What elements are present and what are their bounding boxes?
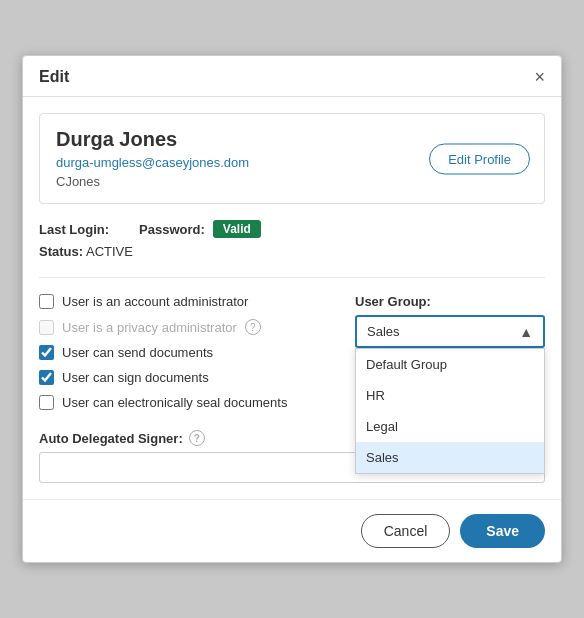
checkbox-privacy-admin: User is a privacy administrator ? [39, 319, 339, 335]
checkbox-send-docs-input[interactable] [39, 345, 54, 360]
dropdown-arrow-icon: ▲ [519, 324, 533, 340]
modal-header: Edit × [23, 56, 561, 97]
profile-card: Durga Jones durga-umgless@caseyjones.dom… [39, 113, 545, 204]
password-status-badge: Valid [213, 220, 261, 238]
profile-username: CJones [56, 174, 528, 189]
checkbox-seal-docs-label: User can electronically seal documents [62, 395, 287, 410]
info-row: Last Login: Password: Valid [39, 220, 545, 238]
checkbox-sign-docs: User can sign documents [39, 370, 339, 385]
user-group-column: User Group: Sales ▲ Default Group HR Leg… [355, 294, 545, 348]
user-group-dropdown[interactable]: Sales ▲ Default Group HR Legal Sales [355, 315, 545, 348]
password-field: Password: Valid [139, 220, 261, 238]
dropdown-item-legal[interactable]: Legal [356, 411, 544, 442]
modal-footer: Cancel Save [23, 499, 561, 562]
modal-body: Durga Jones durga-umgless@caseyjones.dom… [23, 97, 561, 499]
checkbox-send-docs-label: User can send documents [62, 345, 213, 360]
dropdown-item-hr[interactable]: HR [356, 380, 544, 411]
dropdown-menu: Default Group HR Legal Sales [355, 348, 545, 474]
edit-profile-button[interactable]: Edit Profile [429, 143, 530, 174]
status-row: Status: ACTIVE [39, 244, 545, 259]
two-col-section: User is an account administrator User is… [39, 294, 545, 410]
password-label: Password: [139, 222, 205, 237]
checkboxes-column: User is an account administrator User is… [39, 294, 339, 410]
checkbox-account-admin: User is an account administrator [39, 294, 339, 309]
privacy-admin-help-icon[interactable]: ? [245, 319, 261, 335]
edit-modal: Edit × Durga Jones durga-umgless@caseyjo… [22, 55, 562, 563]
close-button[interactable]: × [534, 68, 545, 86]
checkbox-seal-docs-input[interactable] [39, 395, 54, 410]
checkbox-privacy-admin-label: User is a privacy administrator [62, 320, 237, 335]
checkbox-send-docs: User can send documents [39, 345, 339, 360]
user-group-label: User Group: [355, 294, 545, 309]
cancel-button[interactable]: Cancel [361, 514, 451, 548]
dropdown-selected-value[interactable]: Sales ▲ [355, 315, 545, 348]
last-login-field: Last Login: [39, 221, 109, 237]
save-button[interactable]: Save [460, 514, 545, 548]
checkbox-account-admin-input[interactable] [39, 294, 54, 309]
checkbox-sign-docs-label: User can sign documents [62, 370, 209, 385]
modal-title: Edit [39, 68, 69, 86]
dropdown-item-default-group[interactable]: Default Group [356, 349, 544, 380]
checkbox-privacy-admin-input [39, 320, 54, 335]
auto-delegated-help-icon[interactable]: ? [189, 430, 205, 446]
last-login-label: Last Login: [39, 222, 109, 237]
status-value: ACTIVE [86, 244, 133, 259]
checkbox-seal-docs: User can electronically seal documents [39, 395, 339, 410]
status-label: Status: [39, 244, 83, 259]
dropdown-item-sales[interactable]: Sales [356, 442, 544, 473]
checkbox-account-admin-label: User is an account administrator [62, 294, 248, 309]
checkbox-sign-docs-input[interactable] [39, 370, 54, 385]
dropdown-selected-text: Sales [367, 324, 400, 339]
divider [39, 277, 545, 278]
auto-delegated-label-text: Auto Delegated Signer: [39, 431, 183, 446]
